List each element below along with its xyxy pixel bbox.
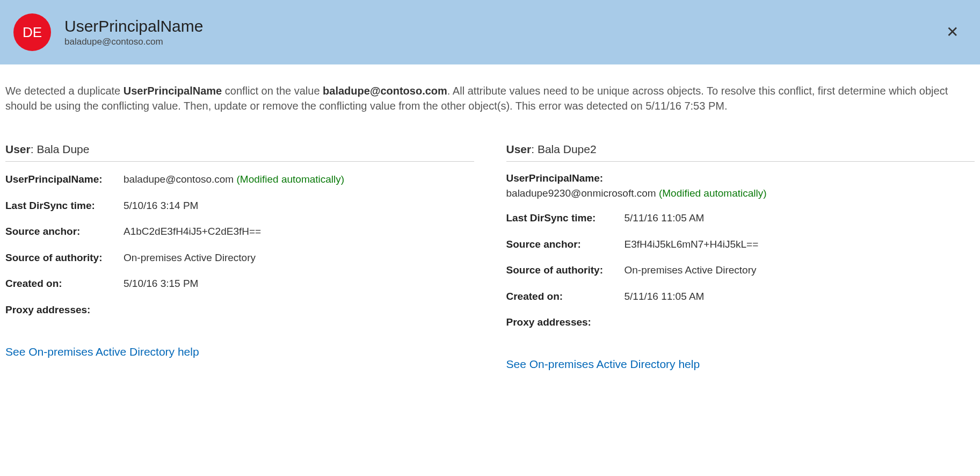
attr-source-anchor: Source anchor: E3fH4iJ5kL6mN7+H4iJ5kL== bbox=[506, 237, 975, 252]
attr-label: Source of authority: bbox=[5, 251, 124, 265]
attr-value: On-premises Active Directory bbox=[124, 251, 474, 265]
attr-value: 5/10/16 3:14 PM bbox=[124, 199, 474, 213]
close-button[interactable]: ✕ bbox=[946, 25, 959, 40]
attr-label: Created on: bbox=[506, 290, 625, 304]
attr-value: A1bC2dE3fH4iJ5+C2dE3fH== bbox=[124, 225, 474, 239]
desc-value: baladupe@contoso.com bbox=[323, 85, 447, 97]
attr-label: UserPrincipalName: bbox=[5, 172, 124, 187]
dialog-header: DE UserPrincipalName baladupe@contoso.co… bbox=[0, 0, 980, 64]
attr-created-on: Created on: 5/11/16 11:05 AM bbox=[506, 290, 975, 304]
user-label: User bbox=[506, 143, 532, 155]
desc-attr: UserPrincipalName bbox=[124, 85, 222, 97]
attr-value: 5/10/16 3:15 PM bbox=[124, 277, 474, 291]
modified-badge: (Modified automatically) bbox=[236, 174, 344, 185]
attr-value bbox=[625, 315, 975, 330]
desc-text: We detected a duplicate bbox=[5, 85, 124, 97]
attr-value: baladupe@contoso.com (Modified automatic… bbox=[124, 172, 474, 187]
attr-value: E3fH4iJ5kL6mN7+H4iJ5kL== bbox=[625, 237, 975, 252]
user-panel-right: User: Bala Dupe2 UserPrincipalName: bala… bbox=[506, 143, 975, 371]
upn-value: baladupe@contoso.com bbox=[124, 174, 234, 185]
attr-value bbox=[124, 303, 474, 318]
user-columns: User: Bala Dupe UserPrincipalName: balad… bbox=[5, 143, 975, 371]
attr-label: Source anchor: bbox=[506, 237, 625, 252]
user-title: User: Bala Dupe2 bbox=[506, 143, 975, 162]
attr-label: Proxy addresses: bbox=[5, 303, 124, 318]
user-label: User bbox=[5, 143, 31, 155]
attr-value: 5/11/16 11:05 AM bbox=[625, 290, 975, 304]
user-name: Bala Dupe bbox=[37, 143, 89, 155]
modified-badge: (Modified automatically) bbox=[659, 187, 767, 199]
attr-last-dirsync: Last DirSync time: 5/10/16 3:14 PM bbox=[5, 199, 474, 213]
attr-label: Proxy addresses: bbox=[506, 315, 625, 330]
attr-proxy-addresses: Proxy addresses: bbox=[5, 303, 474, 318]
attr-label: Last DirSync time: bbox=[5, 199, 124, 213]
avatar: DE bbox=[13, 13, 51, 51]
attr-value: On-premises Active Directory bbox=[625, 263, 975, 278]
attr-label: Source of authority: bbox=[506, 263, 625, 278]
attr-proxy-addresses: Proxy addresses: bbox=[506, 315, 975, 330]
header-subtitle: baladupe@contoso.com bbox=[64, 37, 203, 47]
attr-value: 5/11/16 11:05 AM bbox=[625, 211, 975, 226]
desc-text: conflict on the value bbox=[222, 85, 323, 97]
attr-label: Last DirSync time: bbox=[506, 211, 625, 226]
attr-last-dirsync: Last DirSync time: 5/11/16 11:05 AM bbox=[506, 211, 975, 226]
conflict-description: We detected a duplicate UserPrincipalNam… bbox=[5, 83, 975, 113]
help-link[interactable]: See On-premises Active Directory help bbox=[506, 358, 700, 371]
header-title: UserPrincipalName bbox=[64, 17, 203, 35]
user-name: Bala Dupe2 bbox=[538, 143, 597, 155]
user-panel-left: User: Bala Dupe UserPrincipalName: balad… bbox=[5, 143, 474, 371]
header-text: UserPrincipalName baladupe@contoso.com bbox=[64, 17, 203, 47]
attr-source-authority: Source of authority: On-premises Active … bbox=[5, 251, 474, 265]
attr-label: UserPrincipalName: bbox=[506, 172, 625, 184]
close-icon: ✕ bbox=[946, 24, 959, 40]
upn-value: baladupe9230@onmicrosoft.com bbox=[506, 187, 656, 199]
user-title: User: Bala Dupe bbox=[5, 143, 474, 162]
attr-created-on: Created on: 5/10/16 3:15 PM bbox=[5, 277, 474, 291]
help-link[interactable]: See On-premises Active Directory help bbox=[5, 345, 199, 358]
attr-source-anchor: Source anchor: A1bC2dE3fH4iJ5+C2dE3fH== bbox=[5, 225, 474, 239]
attr-upn: UserPrincipalName: baladupe@contoso.com … bbox=[5, 172, 474, 187]
attr-upn: UserPrincipalName: baladupe9230@onmicros… bbox=[506, 172, 975, 199]
attr-label: Source anchor: bbox=[5, 225, 124, 239]
attr-label: Created on: bbox=[5, 277, 124, 291]
attr-source-authority: Source of authority: On-premises Active … bbox=[506, 263, 975, 278]
dialog-content: We detected a duplicate UserPrincipalNam… bbox=[0, 64, 980, 392]
